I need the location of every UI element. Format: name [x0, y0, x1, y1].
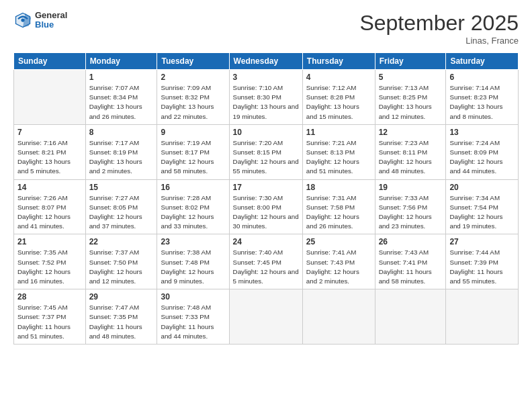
- day-number: 25: [306, 237, 371, 246]
- day-number: 9: [161, 128, 225, 137]
- day-number: 18: [306, 183, 371, 192]
- page: General Blue September 2025 Linas, Franc…: [0, 0, 532, 411]
- calendar-cell: 9Sunrise: 7:19 AM Sunset: 8:17 PM Daylig…: [157, 124, 229, 179]
- calendar-cell: 5Sunrise: 7:13 AM Sunset: 8:25 PM Daylig…: [375, 70, 446, 125]
- day-info: Sunrise: 7:38 AM Sunset: 7:48 PM Dayligh…: [161, 248, 225, 286]
- calendar-cell: 26Sunrise: 7:43 AM Sunset: 7:41 PM Dayli…: [375, 234, 446, 289]
- calendar-cell: 13Sunrise: 7:24 AM Sunset: 8:09 PM Dayli…: [446, 124, 519, 179]
- day-info: Sunrise: 7:20 AM Sunset: 8:15 PM Dayligh…: [233, 138, 299, 177]
- day-info: Sunrise: 7:17 AM Sunset: 8:19 PM Dayligh…: [89, 138, 154, 177]
- day-number: 14: [17, 183, 82, 192]
- calendar-cell: 11Sunrise: 7:21 AM Sunset: 8:13 PM Dayli…: [302, 124, 375, 179]
- calendar-cell: [446, 289, 519, 345]
- logo: General Blue: [13, 11, 67, 30]
- day-number: 20: [449, 183, 515, 192]
- day-number: 6: [449, 73, 515, 82]
- header: General Blue September 2025 Linas, Franc…: [13, 11, 519, 46]
- day-info: Sunrise: 7:13 AM Sunset: 8:25 PM Dayligh…: [379, 83, 443, 122]
- calendar-cell: 15Sunrise: 7:27 AM Sunset: 8:05 PM Dayli…: [85, 179, 157, 234]
- day-info: Sunrise: 7:27 AM Sunset: 8:05 PM Dayligh…: [89, 193, 154, 232]
- day-info: Sunrise: 7:09 AM Sunset: 8:32 PM Dayligh…: [161, 83, 225, 122]
- calendar-cell: 2Sunrise: 7:09 AM Sunset: 8:32 PM Daylig…: [157, 70, 229, 125]
- day-info: Sunrise: 7:43 AM Sunset: 7:41 PM Dayligh…: [379, 248, 443, 286]
- day-info: Sunrise: 7:23 AM Sunset: 8:11 PM Dayligh…: [379, 138, 443, 177]
- calendar-cell: [302, 289, 375, 345]
- calendar-cell: 19Sunrise: 7:33 AM Sunset: 7:56 PM Dayli…: [375, 179, 446, 234]
- calendar-week-2: 7Sunrise: 7:16 AM Sunset: 8:21 PM Daylig…: [14, 124, 519, 179]
- day-info: Sunrise: 7:37 AM Sunset: 7:50 PM Dayligh…: [89, 248, 154, 286]
- day-number: 2: [161, 73, 225, 82]
- day-info: Sunrise: 7:45 AM Sunset: 7:37 PM Dayligh…: [17, 303, 82, 341]
- day-number: 13: [449, 128, 515, 137]
- calendar-cell: 8Sunrise: 7:17 AM Sunset: 8:19 PM Daylig…: [85, 124, 157, 179]
- logo-icon: [13, 11, 32, 30]
- day-info: Sunrise: 7:14 AM Sunset: 8:23 PM Dayligh…: [449, 83, 515, 122]
- calendar-cell: [375, 289, 446, 345]
- day-number: 1: [89, 73, 154, 82]
- day-info: Sunrise: 7:26 AM Sunset: 8:07 PM Dayligh…: [17, 193, 82, 232]
- calendar-week-4: 21Sunrise: 7:35 AM Sunset: 7:52 PM Dayli…: [14, 234, 519, 289]
- calendar-cell: [14, 70, 86, 125]
- calendar-header-thursday: Thursday: [302, 53, 375, 70]
- calendar-cell: 7Sunrise: 7:16 AM Sunset: 8:21 PM Daylig…: [14, 124, 86, 179]
- day-info: Sunrise: 7:35 AM Sunset: 7:52 PM Dayligh…: [17, 248, 82, 286]
- calendar-cell: 20Sunrise: 7:34 AM Sunset: 7:54 PM Dayli…: [446, 179, 519, 234]
- day-info: Sunrise: 7:24 AM Sunset: 8:09 PM Dayligh…: [449, 138, 515, 177]
- calendar-cell: 16Sunrise: 7:28 AM Sunset: 8:02 PM Dayli…: [157, 179, 229, 234]
- calendar-header-friday: Friday: [375, 53, 446, 70]
- calendar-cell: 21Sunrise: 7:35 AM Sunset: 7:52 PM Dayli…: [14, 234, 86, 289]
- svg-point-3: [21, 19, 24, 22]
- day-number: 12: [379, 128, 443, 137]
- calendar-cell: 3Sunrise: 7:10 AM Sunset: 8:30 PM Daylig…: [229, 70, 302, 125]
- calendar-cell: 14Sunrise: 7:26 AM Sunset: 8:07 PM Dayli…: [14, 179, 86, 234]
- day-number: 30: [161, 292, 225, 302]
- day-number: 28: [17, 292, 82, 302]
- day-number: 21: [17, 237, 82, 246]
- calendar-cell: 25Sunrise: 7:41 AM Sunset: 7:43 PM Dayli…: [302, 234, 375, 289]
- calendar-table: SundayMondayTuesdayWednesdayThursdayFrid…: [13, 52, 519, 345]
- day-info: Sunrise: 7:31 AM Sunset: 7:58 PM Dayligh…: [306, 193, 371, 232]
- day-info: Sunrise: 7:44 AM Sunset: 7:39 PM Dayligh…: [449, 248, 515, 286]
- day-number: 5: [379, 73, 443, 82]
- day-info: Sunrise: 7:19 AM Sunset: 8:17 PM Dayligh…: [161, 138, 225, 177]
- calendar-week-5: 28Sunrise: 7:45 AM Sunset: 7:37 PM Dayli…: [14, 289, 519, 345]
- day-info: Sunrise: 7:10 AM Sunset: 8:30 PM Dayligh…: [233, 83, 299, 122]
- calendar-cell: 24Sunrise: 7:40 AM Sunset: 7:45 PM Dayli…: [229, 234, 302, 289]
- calendar-cell: 27Sunrise: 7:44 AM Sunset: 7:39 PM Dayli…: [446, 234, 519, 289]
- calendar-cell: 1Sunrise: 7:07 AM Sunset: 8:34 PM Daylig…: [85, 70, 157, 125]
- calendar-cell: 10Sunrise: 7:20 AM Sunset: 8:15 PM Dayli…: [229, 124, 302, 179]
- logo-general: General: [35, 11, 67, 20]
- day-number: 16: [161, 183, 225, 192]
- day-info: Sunrise: 7:41 AM Sunset: 7:43 PM Dayligh…: [306, 248, 371, 286]
- calendar-cell: 22Sunrise: 7:37 AM Sunset: 7:50 PM Dayli…: [85, 234, 157, 289]
- day-number: 29: [89, 292, 154, 302]
- day-info: Sunrise: 7:16 AM Sunset: 8:21 PM Dayligh…: [17, 138, 82, 177]
- calendar-header-row: SundayMondayTuesdayWednesdayThursdayFrid…: [14, 53, 519, 70]
- calendar-cell: 18Sunrise: 7:31 AM Sunset: 7:58 PM Dayli…: [302, 179, 375, 234]
- calendar-cell: [229, 289, 302, 345]
- day-info: Sunrise: 7:12 AM Sunset: 8:28 PM Dayligh…: [306, 83, 371, 122]
- day-number: 19: [379, 183, 443, 192]
- day-info: Sunrise: 7:34 AM Sunset: 7:54 PM Dayligh…: [449, 193, 515, 232]
- day-number: 17: [233, 183, 299, 192]
- day-info: Sunrise: 7:21 AM Sunset: 8:13 PM Dayligh…: [306, 138, 371, 177]
- day-info: Sunrise: 7:28 AM Sunset: 8:02 PM Dayligh…: [161, 193, 225, 232]
- day-number: 7: [17, 128, 82, 137]
- title-block: September 2025 Linas, France: [359, 11, 519, 46]
- day-number: 15: [89, 183, 154, 192]
- day-info: Sunrise: 7:33 AM Sunset: 7:56 PM Dayligh…: [379, 193, 443, 232]
- calendar-header-tuesday: Tuesday: [157, 53, 229, 70]
- calendar-week-1: 1Sunrise: 7:07 AM Sunset: 8:34 PM Daylig…: [14, 70, 519, 125]
- day-number: 22: [89, 237, 154, 246]
- calendar-cell: 30Sunrise: 7:48 AM Sunset: 7:33 PM Dayli…: [157, 289, 229, 345]
- day-number: 10: [233, 128, 299, 137]
- day-info: Sunrise: 7:40 AM Sunset: 7:45 PM Dayligh…: [233, 248, 299, 286]
- calendar-cell: 23Sunrise: 7:38 AM Sunset: 7:48 PM Dayli…: [157, 234, 229, 289]
- calendar-week-3: 14Sunrise: 7:26 AM Sunset: 8:07 PM Dayli…: [14, 179, 519, 234]
- location: Linas, France: [359, 36, 519, 46]
- day-number: 3: [233, 73, 299, 82]
- day-number: 23: [161, 237, 225, 246]
- calendar-cell: 29Sunrise: 7:47 AM Sunset: 7:35 PM Dayli…: [85, 289, 157, 345]
- day-number: 11: [306, 128, 371, 137]
- calendar-cell: 28Sunrise: 7:45 AM Sunset: 7:37 PM Dayli…: [14, 289, 86, 345]
